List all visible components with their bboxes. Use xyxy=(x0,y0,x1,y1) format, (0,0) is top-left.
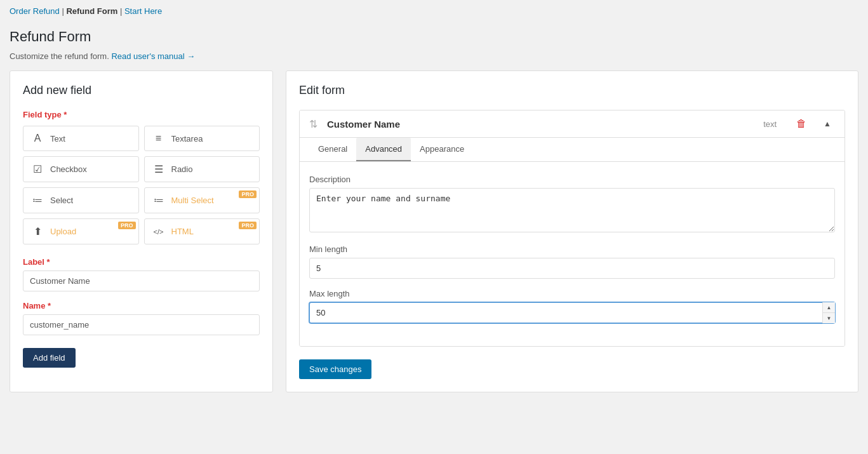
tab-general[interactable]: General xyxy=(309,138,356,161)
field-type-radio[interactable]: ☰ Radio xyxy=(144,156,260,182)
max-length-label: Max length xyxy=(309,289,835,298)
text-label: Text xyxy=(50,134,65,144)
tab-advanced[interactable]: Advanced xyxy=(356,138,411,161)
field-type-textarea[interactable]: ≡ Textarea xyxy=(144,126,260,151)
select-label: Select xyxy=(50,196,73,205)
row-field-type: text xyxy=(763,119,777,129)
subtitle-text: Customize the refund form. xyxy=(10,51,109,61)
upload-label: Upload xyxy=(50,227,76,236)
form-row-header: ⇅ Customer Name text 🗑 ▲ xyxy=(300,110,845,138)
max-length-wrapper: ▲ ▼ xyxy=(309,302,835,323)
min-length-input[interactable] xyxy=(309,258,835,279)
max-length-input[interactable] xyxy=(309,302,835,323)
add-new-field-title: Add new field xyxy=(23,84,260,97)
breadcrumb-sep2: | xyxy=(120,6,122,16)
text-icon: A xyxy=(31,133,44,144)
min-length-label: Min length xyxy=(309,244,835,254)
row-field-name: Customer Name xyxy=(327,119,754,130)
breadcrumb-start-here[interactable]: Start Here xyxy=(124,6,162,16)
name-field-label: Name * xyxy=(23,301,260,310)
description-label: Description xyxy=(309,175,835,184)
label-field-label: Label * xyxy=(23,257,260,267)
right-panel: Edit form ⇅ Customer Name text 🗑 ▲ Gener… xyxy=(286,70,858,392)
field-type-multiselect[interactable]: ≔ Multi Select PRO xyxy=(144,187,260,213)
collapse-field-button[interactable]: ▲ xyxy=(820,118,835,130)
field-type-select[interactable]: ≔ Select xyxy=(23,187,139,213)
radio-label: Radio xyxy=(171,164,193,174)
manual-link[interactable]: Read user's manual → xyxy=(111,51,195,61)
breadcrumb-refund-form: Refund Form xyxy=(66,6,117,16)
checkbox-icon: ☑ xyxy=(31,163,44,175)
page-header: Refund Form xyxy=(0,22,868,48)
html-pro-badge: PRO xyxy=(239,222,257,229)
field-tabs: General Advanced Appearance xyxy=(300,138,845,162)
field-type-label: Field type * xyxy=(23,110,260,119)
save-changes-button[interactable]: Save changes xyxy=(299,359,371,379)
name-group: Name * xyxy=(23,301,260,335)
description-group: Description Enter your name and surname xyxy=(309,175,835,234)
spinner-down[interactable]: ▼ xyxy=(823,313,835,323)
multiselect-label: Multi Select xyxy=(171,196,214,205)
field-type-checkbox[interactable]: ☑ Checkbox xyxy=(23,156,139,182)
textarea-label: Textarea xyxy=(171,134,203,144)
multiselect-pro-badge: PRO xyxy=(239,190,257,198)
main-content: Add new field Field type * A Text ≡ Text… xyxy=(0,70,868,402)
breadcrumb-order-refund[interactable]: Order Refund xyxy=(10,6,60,16)
form-row: ⇅ Customer Name text 🗑 ▲ General Advance… xyxy=(299,110,845,347)
name-input[interactable] xyxy=(23,314,260,335)
label-group: Label * xyxy=(23,257,260,291)
description-textarea[interactable]: Enter your name and surname xyxy=(309,188,835,232)
html-icon: </> xyxy=(152,228,165,236)
label-input[interactable] xyxy=(23,270,260,291)
page-title: Refund Form xyxy=(10,29,858,45)
page-subtitle: Customize the refund form. Read user's m… xyxy=(0,48,868,70)
textarea-icon: ≡ xyxy=(152,133,165,144)
spinner-up[interactable]: ▲ xyxy=(823,302,835,313)
multiselect-icon: ≔ xyxy=(152,194,165,206)
edit-form-title: Edit form xyxy=(299,84,845,97)
upload-icon: ⬆ xyxy=(31,225,44,237)
field-type-upload[interactable]: ⬆ Upload PRO xyxy=(23,218,139,244)
select-icon: ≔ xyxy=(31,194,44,206)
breadcrumb-sep1: | xyxy=(62,6,63,16)
breadcrumb: Order Refund | Refund Form | Start Here xyxy=(0,0,868,22)
checkbox-label: Checkbox xyxy=(50,164,87,174)
add-field-button[interactable]: Add field xyxy=(23,348,76,368)
max-length-group: Max length ▲ ▼ xyxy=(309,289,835,323)
html-label: HTML xyxy=(171,227,194,236)
left-panel: Add new field Field type * A Text ≡ Text… xyxy=(10,70,273,392)
tab-appearance[interactable]: Appearance xyxy=(411,138,473,161)
field-type-text[interactable]: A Text xyxy=(23,126,139,151)
min-length-group: Min length xyxy=(309,244,835,279)
upload-pro-badge: PRO xyxy=(118,222,136,229)
field-type-grid: A Text ≡ Textarea ☑ Checkbox ☰ Radio ≔ S… xyxy=(23,126,260,244)
delete-field-button[interactable]: 🗑 xyxy=(792,117,810,131)
form-row-body: Description Enter your name and surname … xyxy=(300,162,845,346)
radio-icon: ☰ xyxy=(152,163,165,175)
drag-handle-icon[interactable]: ⇅ xyxy=(309,118,317,130)
field-type-html[interactable]: </> HTML PRO xyxy=(144,218,260,244)
spinner-buttons: ▲ ▼ xyxy=(822,302,835,323)
